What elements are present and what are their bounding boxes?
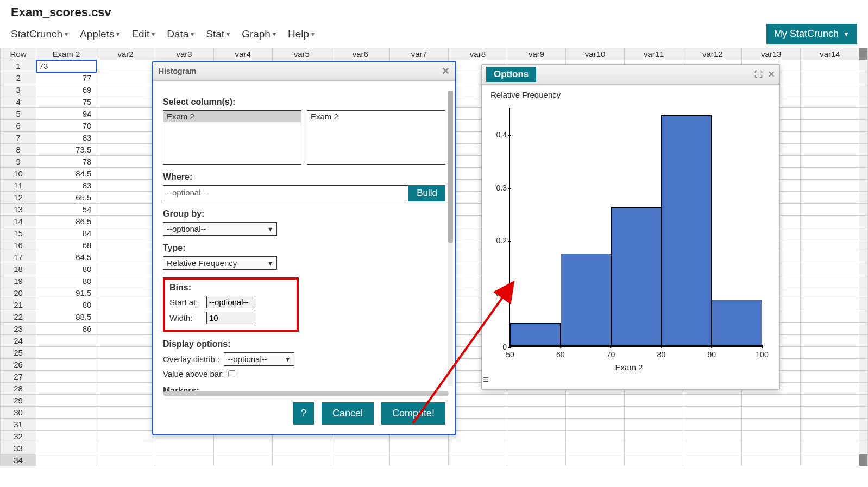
cell[interactable] — [507, 407, 566, 419]
build-button[interactable]: Build — [408, 185, 445, 201]
cell[interactable] — [96, 383, 155, 395]
row-number[interactable]: 31 — [1, 419, 36, 431]
row-number[interactable]: 2 — [1, 72, 36, 84]
help-button[interactable]: ? — [293, 402, 314, 425]
scrollbar-thumb[interactable] — [448, 91, 453, 243]
cell[interactable] — [566, 395, 625, 407]
groupby-select[interactable]: --optional-- ▼ — [163, 222, 277, 236]
column-header[interactable]: var12 — [683, 48, 742, 60]
cell[interactable] — [96, 335, 155, 347]
cell[interactable] — [742, 454, 801, 466]
cell[interactable] — [36, 347, 96, 359]
cell[interactable] — [507, 454, 566, 466]
cell[interactable] — [96, 442, 155, 454]
cell[interactable]: 68 — [36, 239, 96, 251]
cell[interactable] — [96, 311, 155, 323]
cell[interactable] — [742, 419, 801, 431]
cell[interactable] — [96, 227, 155, 239]
cell[interactable] — [389, 442, 448, 454]
cell[interactable] — [801, 251, 859, 263]
column-header[interactable]: var7 — [389, 48, 448, 60]
cell[interactable] — [448, 442, 507, 454]
cell[interactable] — [448, 395, 507, 407]
hamburger-icon[interactable]: ≡ — [483, 374, 489, 385]
cell[interactable] — [801, 84, 859, 96]
cell[interactable] — [801, 454, 859, 466]
cell[interactable]: 73 — [36, 60, 96, 72]
column-header[interactable]: var9 — [507, 48, 566, 60]
cell[interactable] — [801, 227, 859, 239]
row-number[interactable]: 1 — [1, 60, 36, 72]
start-at-input[interactable] — [206, 296, 255, 308]
cell[interactable] — [96, 347, 155, 359]
cell[interactable] — [36, 395, 96, 407]
cell[interactable] — [801, 431, 859, 442]
cell[interactable] — [36, 442, 96, 454]
cell[interactable] — [742, 442, 801, 454]
cell[interactable]: 84 — [36, 227, 96, 239]
cell[interactable] — [96, 419, 155, 431]
cell[interactable] — [96, 431, 155, 442]
cell[interactable]: 88.5 — [36, 311, 96, 323]
column-header[interactable]: var13 — [742, 48, 801, 60]
cell[interactable] — [801, 239, 859, 251]
cell[interactable] — [801, 275, 859, 287]
cell[interactable] — [683, 419, 742, 431]
row-number[interactable]: 10 — [1, 168, 36, 180]
row-number[interactable]: 34 — [1, 454, 36, 466]
cell[interactable] — [801, 192, 859, 204]
options-button[interactable]: Options — [486, 67, 536, 82]
cell[interactable] — [96, 72, 155, 84]
cell[interactable] — [96, 108, 155, 120]
cell[interactable] — [96, 120, 155, 132]
menu-applets[interactable]: Applets▾ — [80, 28, 119, 40]
cancel-button[interactable]: Cancel — [322, 402, 374, 425]
cell[interactable] — [801, 132, 859, 144]
cell[interactable] — [36, 359, 96, 371]
cell[interactable] — [801, 108, 859, 120]
cell[interactable] — [625, 442, 683, 454]
cell[interactable] — [625, 431, 683, 442]
cell[interactable] — [742, 407, 801, 419]
cell[interactable] — [801, 335, 859, 347]
close-icon[interactable]: ✕ — [768, 69, 775, 79]
cell[interactable] — [448, 407, 507, 419]
close-icon[interactable]: ✕ — [442, 65, 450, 77]
menu-stat[interactable]: Stat▾ — [206, 28, 230, 40]
cell[interactable]: 86 — [36, 323, 96, 335]
cell[interactable] — [96, 96, 155, 108]
cell[interactable]: 77 — [36, 72, 96, 84]
row-number[interactable]: 22 — [1, 311, 36, 323]
cell[interactable] — [801, 442, 859, 454]
column-header[interactable]: var5 — [272, 48, 331, 60]
menu-help[interactable]: Help▾ — [288, 28, 315, 40]
cell[interactable]: 64.5 — [36, 251, 96, 263]
cell[interactable] — [96, 395, 155, 407]
row-number[interactable]: 17 — [1, 251, 36, 263]
row-number[interactable]: 14 — [1, 216, 36, 227]
column-header[interactable]: var11 — [625, 48, 683, 60]
cell[interactable] — [801, 323, 859, 335]
cell[interactable] — [448, 419, 507, 431]
cell[interactable]: 94 — [36, 108, 96, 120]
cell[interactable] — [801, 96, 859, 108]
cell[interactable] — [96, 263, 155, 275]
cell[interactable] — [96, 216, 155, 227]
maximize-icon[interactable]: ⛶ — [754, 69, 763, 79]
cell[interactable] — [566, 454, 625, 466]
cell[interactable] — [625, 454, 683, 466]
cell[interactable] — [96, 132, 155, 144]
cell[interactable] — [96, 299, 155, 311]
cell[interactable]: 78 — [36, 156, 96, 168]
cell[interactable] — [683, 395, 742, 407]
row-number[interactable]: 29 — [1, 395, 36, 407]
cell[interactable]: 54 — [36, 204, 96, 216]
row-number[interactable]: 15 — [1, 227, 36, 239]
cell[interactable] — [96, 407, 155, 419]
cell[interactable] — [625, 395, 683, 407]
cell[interactable] — [96, 204, 155, 216]
row-number[interactable]: 33 — [1, 442, 36, 454]
overlay-select[interactable]: --optional-- ▼ — [224, 352, 294, 366]
cell[interactable] — [625, 407, 683, 419]
cell[interactable] — [96, 156, 155, 168]
